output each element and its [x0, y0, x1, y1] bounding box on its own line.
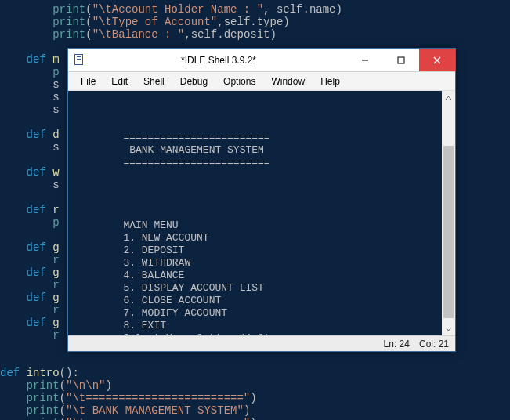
menu-options[interactable]: Options	[215, 74, 263, 89]
chevron-up-icon	[445, 96, 452, 100]
menu-window[interactable]: Window	[263, 74, 313, 89]
scrollbar-thumb[interactable]	[443, 146, 454, 318]
status-col: Col: 21	[419, 339, 449, 349]
menu-shell[interactable]: Shell	[136, 74, 172, 89]
scroll-up-button[interactable]	[442, 91, 455, 104]
minimize-icon	[361, 56, 369, 64]
app-icon	[73, 54, 85, 67]
menu-file[interactable]: File	[73, 74, 103, 89]
close-icon	[433, 56, 441, 64]
idle-shell-window: *IDLE Shell 3.9.2* File Edit Shell Debug…	[67, 48, 456, 352]
menu-debug[interactable]: Debug	[172, 74, 215, 89]
minimize-button[interactable]	[347, 49, 383, 71]
menu-edit[interactable]: Edit	[103, 74, 136, 89]
chevron-down-icon	[445, 327, 452, 331]
shell-output[interactable]: ======================== BANK MANAGEMENT…	[68, 91, 442, 335]
maximize-button[interactable]	[383, 49, 419, 71]
menu-help[interactable]: Help	[313, 74, 348, 89]
scroll-down-button[interactable]	[442, 322, 455, 335]
shell-body: ======================== BANK MANAGEMENT…	[68, 91, 455, 335]
maximize-icon	[397, 56, 405, 64]
window-titlebar[interactable]: *IDLE Shell 3.9.2*	[68, 49, 455, 72]
status-bar: Ln: 24 Col: 21	[68, 335, 455, 351]
vertical-scrollbar[interactable]	[442, 91, 455, 335]
svg-rect-1	[398, 57, 404, 63]
window-title: *IDLE Shell 3.9.2*	[90, 55, 347, 66]
menu-bar: File Edit Shell Debug Options Window Hel…	[68, 72, 455, 91]
close-button[interactable]	[419, 49, 455, 71]
status-line: Ln: 24	[384, 339, 410, 349]
